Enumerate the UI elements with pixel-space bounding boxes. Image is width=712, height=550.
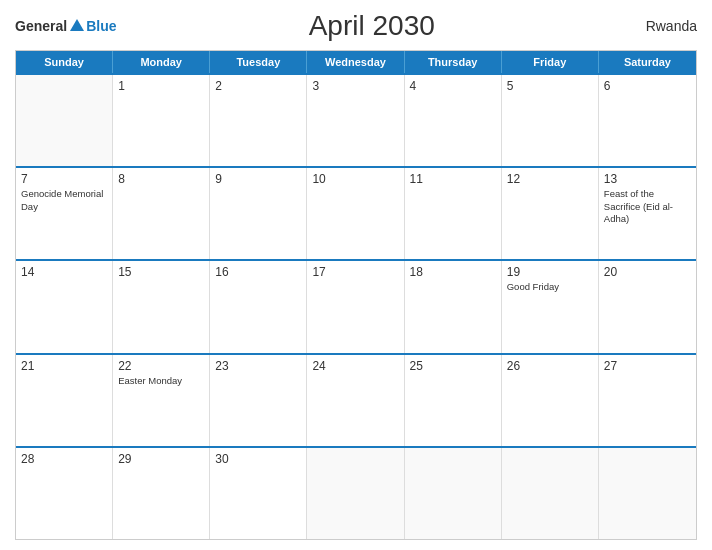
country-label: Rwanda xyxy=(627,18,697,34)
week-2: 7Genocide Memorial Day8910111213Feast of… xyxy=(16,166,696,259)
dow-tuesday: Tuesday xyxy=(210,51,307,73)
dow-wednesday: Wednesday xyxy=(307,51,404,73)
day-number: 29 xyxy=(118,452,204,466)
calendar-day: 7Genocide Memorial Day xyxy=(16,168,113,259)
calendar-day: 13Feast of the Sacrifice (Eid al-Adha) xyxy=(599,168,696,259)
calendar-day: 17 xyxy=(307,261,404,352)
day-number: 28 xyxy=(21,452,107,466)
calendar-day: 8 xyxy=(113,168,210,259)
dow-saturday: Saturday xyxy=(599,51,696,73)
logo-general: General xyxy=(15,18,67,34)
day-event: Genocide Memorial Day xyxy=(21,188,107,213)
day-number: 24 xyxy=(312,359,398,373)
calendar-day: 18 xyxy=(405,261,502,352)
day-number: 6 xyxy=(604,79,691,93)
day-number: 12 xyxy=(507,172,593,186)
dow-friday: Friday xyxy=(502,51,599,73)
calendar-day: 9 xyxy=(210,168,307,259)
calendar-day: 29 xyxy=(113,448,210,539)
day-number: 11 xyxy=(410,172,496,186)
calendar-day: 21 xyxy=(16,355,113,446)
calendar-day: 30 xyxy=(210,448,307,539)
logo-triangle-icon xyxy=(70,19,84,31)
calendar-body: 1234567Genocide Memorial Day8910111213Fe… xyxy=(16,73,696,539)
day-number: 9 xyxy=(215,172,301,186)
calendar-day: 24 xyxy=(307,355,404,446)
calendar-day: 27 xyxy=(599,355,696,446)
day-number: 5 xyxy=(507,79,593,93)
day-number: 26 xyxy=(507,359,593,373)
day-number: 23 xyxy=(215,359,301,373)
day-number: 25 xyxy=(410,359,496,373)
day-event: Easter Monday xyxy=(118,375,204,387)
day-number: 13 xyxy=(604,172,691,186)
calendar-day: 11 xyxy=(405,168,502,259)
calendar-day: 1 xyxy=(113,75,210,166)
day-number: 22 xyxy=(118,359,204,373)
day-number: 3 xyxy=(312,79,398,93)
day-number: 2 xyxy=(215,79,301,93)
calendar-day xyxy=(16,75,113,166)
day-number: 1 xyxy=(118,79,204,93)
calendar-day: 6 xyxy=(599,75,696,166)
calendar-day xyxy=(502,448,599,539)
day-number: 8 xyxy=(118,172,204,186)
calendar: Sunday Monday Tuesday Wednesday Thursday… xyxy=(15,50,697,540)
header: General Blue April 2030 Rwanda xyxy=(15,10,697,42)
day-number: 30 xyxy=(215,452,301,466)
calendar-day: 20 xyxy=(599,261,696,352)
calendar-day: 25 xyxy=(405,355,502,446)
day-event: Feast of the Sacrifice (Eid al-Adha) xyxy=(604,188,691,225)
day-number: 14 xyxy=(21,265,107,279)
day-number: 18 xyxy=(410,265,496,279)
calendar-day xyxy=(405,448,502,539)
logo-blue: Blue xyxy=(86,18,116,34)
day-number: 7 xyxy=(21,172,107,186)
week-3: 141516171819Good Friday20 xyxy=(16,259,696,352)
day-number: 15 xyxy=(118,265,204,279)
calendar-day: 12 xyxy=(502,168,599,259)
calendar-day: 16 xyxy=(210,261,307,352)
week-5: 282930 xyxy=(16,446,696,539)
calendar-day: 2 xyxy=(210,75,307,166)
calendar-day xyxy=(599,448,696,539)
dow-monday: Monday xyxy=(113,51,210,73)
calendar-day: 26 xyxy=(502,355,599,446)
calendar-day: 22Easter Monday xyxy=(113,355,210,446)
calendar-header: Sunday Monday Tuesday Wednesday Thursday… xyxy=(16,51,696,73)
week-1: 123456 xyxy=(16,73,696,166)
day-number: 20 xyxy=(604,265,691,279)
day-number: 27 xyxy=(604,359,691,373)
calendar-day: 10 xyxy=(307,168,404,259)
calendar-day: 19Good Friday xyxy=(502,261,599,352)
calendar-day: 15 xyxy=(113,261,210,352)
logo: General Blue xyxy=(15,18,116,34)
month-title: April 2030 xyxy=(116,10,627,42)
dow-thursday: Thursday xyxy=(405,51,502,73)
page: General Blue April 2030 Rwanda Sunday Mo… xyxy=(0,0,712,550)
calendar-day: 4 xyxy=(405,75,502,166)
calendar-day: 3 xyxy=(307,75,404,166)
calendar-day: 5 xyxy=(502,75,599,166)
calendar-day: 14 xyxy=(16,261,113,352)
day-number: 19 xyxy=(507,265,593,279)
day-number: 16 xyxy=(215,265,301,279)
day-number: 21 xyxy=(21,359,107,373)
day-number: 4 xyxy=(410,79,496,93)
dow-sunday: Sunday xyxy=(16,51,113,73)
week-4: 2122Easter Monday2324252627 xyxy=(16,353,696,446)
calendar-day: 28 xyxy=(16,448,113,539)
calendar-day xyxy=(307,448,404,539)
day-event: Good Friday xyxy=(507,281,593,293)
day-number: 10 xyxy=(312,172,398,186)
day-number: 17 xyxy=(312,265,398,279)
calendar-day: 23 xyxy=(210,355,307,446)
